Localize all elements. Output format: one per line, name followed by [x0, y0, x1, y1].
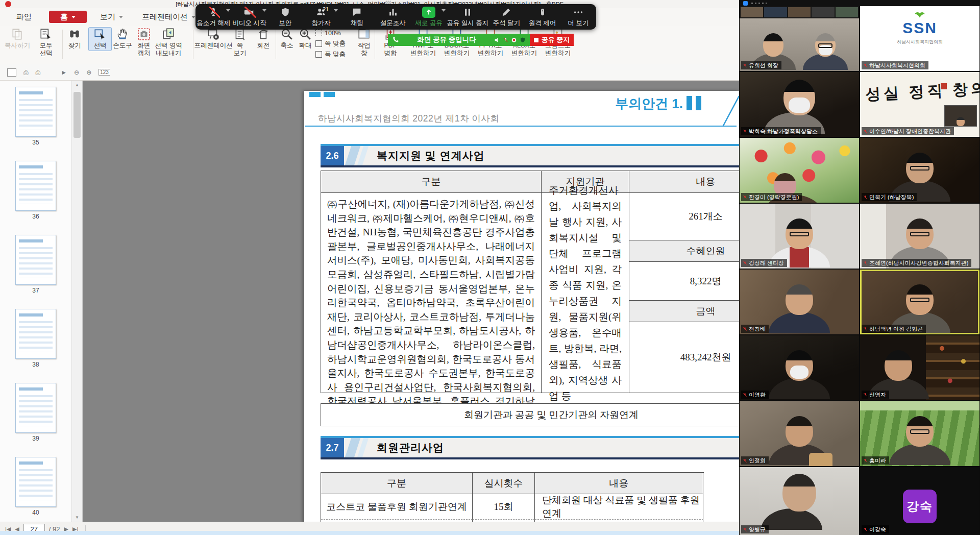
beneficiaries-label-cell: 수혜인원 — [629, 240, 739, 262]
video-tile[interactable]: 전창배 — [740, 270, 859, 334]
thumbnail-page-number: 38 — [0, 361, 71, 368]
video-tile[interactable]: 박회숙 하남가정폭력상담소 — [740, 72, 859, 137]
document-viewport[interactable]: 하남시사회복지협의회 2022년 제1차 이사회 부의안건 1. 2.6 복지지… — [83, 81, 739, 522]
task-pane-button[interactable]: 작업 창 — [349, 28, 379, 57]
mic-muted-icon — [863, 260, 868, 266]
clipped-heading-fragment — [324, 92, 335, 97]
more-button[interactable]: 더 보기 — [560, 4, 596, 30]
security-button[interactable]: 보안 — [267, 4, 303, 30]
fit-page-icon — [315, 40, 322, 47]
security-shield-icon — [520, 37, 526, 43]
thumbnail-scrollbar[interactable]: ▲ ▼ — [71, 81, 83, 522]
page-thumbnail[interactable] — [15, 457, 56, 507]
page-thumbnail[interactable] — [15, 161, 56, 211]
zoom-out-small-icon[interactable]: ⊖ — [74, 69, 79, 76]
shield-icon — [280, 7, 290, 18]
chevron-down-icon — [119, 16, 123, 18]
participant-label: 전창배 — [741, 325, 769, 333]
page-icon[interactable] — [7, 68, 16, 77]
speaker-icon — [494, 37, 501, 43]
video-tile[interactable]: 이영환 — [740, 335, 859, 400]
member-management-table: 구분 실시횟수 내용 코스트코 물품후원 회원기관연계 15회 단체회원 대상 … — [321, 472, 704, 522]
video-tile[interactable]: 민복기 (하남장복) — [860, 138, 979, 203]
video-tile[interactable]: 양병규 — [740, 467, 859, 535]
video-tile[interactable]: 인정희 — [740, 401, 859, 466]
video-tile[interactable]: 한경미 (영락경로원) — [740, 138, 859, 203]
polls-button[interactable]: 설문조사 — [375, 4, 411, 30]
mic-muted-icon — [863, 194, 868, 200]
video-tile[interactable]: 홍미라 — [860, 401, 979, 466]
mic-muted-icon — [863, 326, 868, 332]
printer2-icon[interactable]: ⎙ — [36, 69, 41, 76]
video-tile[interactable]: 강성래 센터장 — [740, 204, 859, 269]
participants-button[interactable]: 21 참가자 — [303, 4, 339, 30]
menu-presentation[interactable]: 프레젠테이션 — [137, 11, 201, 23]
participant-name: 하남백년 아원 김형곤 — [869, 325, 923, 333]
page-thumbnail[interactable] — [15, 87, 56, 137]
video-tile[interactable]: 강숙 이강숙 — [860, 467, 979, 535]
column-header: 내용 — [629, 171, 739, 193]
cursor-icon[interactable]: ► — [61, 69, 67, 76]
menu-file[interactable]: 파일 — [11, 11, 37, 23]
mic-muted-icon — [863, 458, 868, 464]
agenda-heading: 부의안건 1. — [615, 95, 701, 113]
participant-name: 양병규 — [749, 525, 766, 533]
video-tile[interactable]: SSN 하남시사회복지협의회 하남시사회복지협의회 — [860, 6, 979, 71]
org-count-cell: 261개소 — [629, 193, 739, 240]
scroll-down-icon[interactable]: ▼ — [72, 515, 82, 520]
content-cell: 주거환경개선사업, 사회복지의날 행사 지원, 사회복지시설 및 단체 프로그램… — [542, 193, 629, 393]
chevron-down-icon[interactable] — [226, 9, 230, 12]
participant-label: 민복기 (하남장복) — [862, 193, 917, 201]
column-header: 내용 — [535, 473, 703, 494]
chevron-down-icon[interactable] — [334, 9, 338, 12]
mic-muted-icon — [863, 527, 868, 532]
page-number-view-icon[interactable]: 123 — [99, 69, 110, 76]
participant-label: 박회숙 하남가정폭력상담소 — [741, 127, 821, 135]
start-video-button[interactable]: 비디오 시작 — [231, 4, 267, 30]
calligraphy-text: 성실 정직 창의 — [865, 78, 979, 106]
seal-stamp — [941, 83, 947, 89]
ssn-logo-subtext: 하남시사회복지협의회 — [860, 39, 979, 45]
participant-name: 이영환 — [749, 391, 766, 399]
menu-home[interactable]: 홈 — [49, 11, 87, 23]
video-tile-active-speaker[interactable]: 하남백년 아원 김형곤 — [860, 270, 979, 334]
zoom-in-small-icon[interactable]: ⊕ — [86, 69, 91, 76]
microphone-muted-icon — [208, 7, 219, 18]
thumbnail-page-number: 36 — [0, 213, 71, 220]
thumbnail-page-number: 40 — [0, 509, 71, 516]
page-thumbnail[interactable] — [15, 309, 56, 359]
chat-button[interactable]: 채팅 — [339, 4, 375, 30]
share-banner-text: 화면 공유 중입니다 — [403, 35, 490, 44]
work-area: ⎙ ⎙ ► ⊖ ⊕ 123 35 36 37 38 39 40 — [0, 64, 739, 522]
participant-name: 인정희 — [749, 456, 766, 465]
participant-name: 전창배 — [749, 325, 766, 333]
video-tile[interactable]: 성실 정직 창의 이수연/하남시 장애인종합복지관 — [860, 72, 979, 137]
video-tile[interactable]: 신영자 — [860, 335, 979, 400]
printer-icon[interactable]: ⎙ — [23, 69, 29, 76]
chevron-down-icon[interactable] — [442, 9, 446, 12]
drag-handle-icon[interactable] — [751, 3, 767, 4]
participant-label: 신영자 — [862, 391, 889, 399]
zoom-video-panel: 유희선 회장 SSN 하남시사회복지협의회 하남시사회복지협의회 박회숙 하남가… — [739, 0, 980, 535]
phone-icon — [392, 36, 399, 43]
participant-label: 유희선 회장 — [741, 61, 781, 69]
ssn-leaf-icon — [914, 11, 925, 18]
header-slash-line — [722, 96, 739, 127]
annotate-button[interactable]: 주석 달기 — [488, 4, 524, 30]
video-tile[interactable]: 유희선 회장 — [740, 6, 859, 71]
stop-share-button[interactable]: 공유 중지 — [530, 34, 574, 46]
remote-control-button[interactable]: 원격 제어 — [524, 4, 560, 30]
page-thumbnail[interactable] — [15, 235, 56, 285]
section-number-badge: 2.7 — [321, 438, 344, 457]
menu-view[interactable]: 보기 — [95, 11, 128, 23]
unmute-button[interactable]: 음소거 해제 — [195, 4, 231, 30]
export-selection-icon — [162, 28, 175, 41]
scroll-up-icon[interactable]: ▲ — [72, 83, 82, 87]
chevron-down-icon[interactable] — [262, 9, 266, 12]
video-tile[interactable]: 조혜연(하남시미사강변종합사회복지관) — [860, 204, 979, 269]
scrollbar-thumb[interactable] — [74, 92, 81, 138]
page-thumbnail[interactable] — [15, 383, 56, 433]
pause-share-button[interactable]: 공유 일시 중지 — [447, 4, 488, 30]
export-selection-button[interactable]: 선택 영역 내보내기 — [146, 28, 190, 57]
new-share-button[interactable]: 새로 공유 — [411, 4, 447, 30]
